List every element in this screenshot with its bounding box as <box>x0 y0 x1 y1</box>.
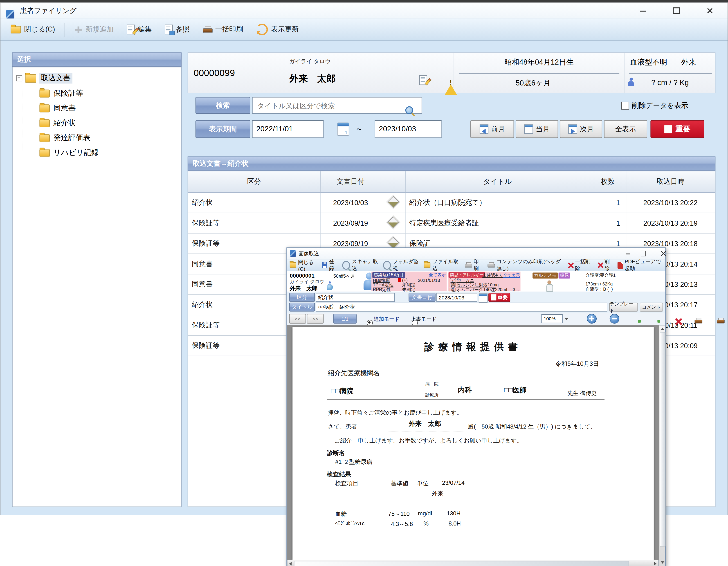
search-input[interactable] <box>252 97 422 114</box>
banner-rule <box>459 73 619 74</box>
table-row[interactable]: 保険証等 2023/09/19 特定疾患医療受給者証 1 2023/10/13 … <box>188 213 715 233</box>
minimize-button[interactable] <box>633 3 653 18</box>
zoom-select[interactable]: 100% <box>541 314 563 323</box>
template-button[interactable]: テンプレート <box>609 303 638 312</box>
popup-file-import-button[interactable]: ファイル取込 <box>424 258 459 272</box>
popup-close-button[interactable]: 閉じる(C) <box>290 259 318 272</box>
tree-item-referral-letters[interactable]: 紹介状 <box>39 118 76 128</box>
column-header-pages[interactable]: 枚数 <box>590 171 626 192</box>
maximize-icon[interactable] <box>641 251 646 256</box>
scroll-down-icon[interactable] <box>661 561 665 564</box>
prev-page-button[interactable]: << <box>289 314 306 323</box>
doc-date-input[interactable] <box>436 293 477 302</box>
column-header-date[interactable]: 文書日付 <box>320 171 381 192</box>
department: 内科 <box>458 386 472 395</box>
toolbar-view-button[interactable]: 参照 <box>159 22 195 37</box>
horizontal-scrollbar[interactable] <box>287 560 659 566</box>
popup-print-content-only-button[interactable]: コンテンツのみ印刷(ヘッダ無し) <box>487 258 563 272</box>
popup-delete-button[interactable]: 削除 <box>597 258 613 272</box>
column-header-category[interactable]: 区分 <box>188 171 320 192</box>
calendar-icon[interactable] <box>479 293 488 303</box>
category-label: 区分 <box>297 294 307 301</box>
patient-document-icon[interactable] <box>419 75 427 85</box>
date-to-input[interactable] <box>375 120 441 138</box>
delete-icon <box>568 262 573 268</box>
folder-open-icon <box>290 262 296 268</box>
title-cell: 紹介状（口口病院宛て） <box>405 192 590 213</box>
next-month-button[interactable]: 次月 <box>560 120 602 138</box>
allergy-show-all-link[interactable]: 全て表示 <box>503 272 520 279</box>
search-button[interactable]: 検索 <box>195 97 250 114</box>
column-header-title[interactable]: タイトル <box>405 171 590 192</box>
date-range-tilde: ～ <box>355 124 363 134</box>
print-icon[interactable] <box>695 318 702 324</box>
tree-item-consent-forms[interactable]: 同意書 <box>39 103 76 113</box>
scrollbar-thumb[interactable] <box>294 561 629 566</box>
category-label-button[interactable]: 区分 <box>289 293 315 302</box>
collapse-icon[interactable] <box>16 75 22 81</box>
minimize-icon[interactable] <box>626 254 630 254</box>
comment-button[interactable]: コメント <box>640 303 663 312</box>
toolbar-close-button[interactable]: 閉じる(C) <box>5 23 61 36</box>
tree-item-imported-documents[interactable]: 取込文書 <box>16 73 72 83</box>
tree-item-rehabilitation-records[interactable]: リハビリ記録 <box>39 148 99 158</box>
condition-badge[interactable]: 糖尿 <box>559 272 570 279</box>
toolbar-refresh-button[interactable]: 表示更新 <box>250 21 304 38</box>
show-deleted-checkbox[interactable] <box>621 102 629 110</box>
popup-scanner-import-button[interactable]: スキャナ取込 <box>342 258 379 272</box>
scroll-right-icon[interactable] <box>654 562 656 566</box>
column-header-imported[interactable]: 取込日時 <box>626 171 715 192</box>
zoom-in-icon[interactable] <box>587 314 596 323</box>
popup-register-button[interactable]: 登録 <box>322 258 338 272</box>
folder-document-icon <box>39 104 49 112</box>
popup-register-label: 登録 <box>329 258 338 272</box>
this-month-button[interactable]: 当月 <box>516 120 558 138</box>
popup-important-button[interactable]: 重要 <box>488 293 510 302</box>
close-button[interactable] <box>700 3 720 18</box>
column-header-icon[interactable] <box>381 171 405 192</box>
search-icon[interactable] <box>405 106 413 114</box>
scrollbar-thumb[interactable] <box>660 332 666 546</box>
scroll-left-icon[interactable] <box>289 562 292 566</box>
important-filter-button[interactable]: 重要 <box>650 120 704 138</box>
infection-show-all-link[interactable]: 全て表示 <box>429 272 446 278</box>
next-page-button[interactable]: >> <box>307 314 324 323</box>
title-label-button[interactable]: タイトル <box>289 303 315 312</box>
tree-item-insurance-cards[interactable]: 保険証等 <box>39 89 83 98</box>
delete-page-icon[interactable] <box>674 317 682 325</box>
background-window-edge <box>0 0 728 2</box>
result-range: 4.3～5.8 <box>391 521 413 528</box>
table-row[interactable]: 紹介状 2023/10/03 紹介状（口口病院宛て） 1 2023/10/13 … <box>188 192 715 213</box>
popup-pdf-viewer-button[interactable]: PDFビューアで起動 <box>618 258 665 272</box>
patient-bar-divider <box>653 271 653 292</box>
results-label: 検査結果 <box>327 470 351 479</box>
vertical-scrollbar[interactable] <box>659 325 665 566</box>
chevron-down-icon[interactable] <box>565 318 568 320</box>
scroll-up-icon[interactable] <box>661 328 665 330</box>
toolbar-edit-button[interactable]: 編集 <box>121 22 157 37</box>
period-button[interactable]: 表示期間 <box>195 120 250 138</box>
popup-batch-delete-button[interactable]: 一括削除 <box>568 258 593 272</box>
doc-date-label-button[interactable]: 文書日付 <box>409 293 436 302</box>
scanner-icon <box>342 261 350 270</box>
toolbar-batch-print-button[interactable]: 一括印刷 <box>197 23 249 36</box>
prev-month-button[interactable]: 前月 <box>470 120 514 138</box>
popup-scanner-label: スキャナ取込 <box>352 258 379 272</box>
tree-item-development-evaluation[interactable]: 発達評価表 <box>39 133 90 143</box>
print-icon[interactable] <box>717 318 724 324</box>
show-all-button[interactable]: 全表示 <box>604 120 647 138</box>
popup-print-button[interactable]: 印刷 <box>464 258 482 272</box>
zoom-out-icon[interactable] <box>610 314 620 323</box>
tree-item-label: 保険証等 <box>53 89 83 98</box>
note-icon[interactable] <box>327 284 333 290</box>
calendar-from-icon[interactable] <box>337 123 349 136</box>
title-input[interactable] <box>316 303 607 312</box>
recipient-hospital: □□病院 <box>331 387 353 395</box>
maximize-button[interactable] <box>666 3 687 18</box>
date-cell: 2023/09/19 <box>320 213 381 233</box>
date-from-input[interactable] <box>252 120 324 138</box>
category-input[interactable] <box>316 293 395 302</box>
result-value: 8.0H <box>449 521 461 527</box>
karte-memo-badge[interactable]: カルテメモ <box>533 272 558 279</box>
popup-folder-watch-button[interactable]: フォルダ監視 <box>383 258 420 272</box>
